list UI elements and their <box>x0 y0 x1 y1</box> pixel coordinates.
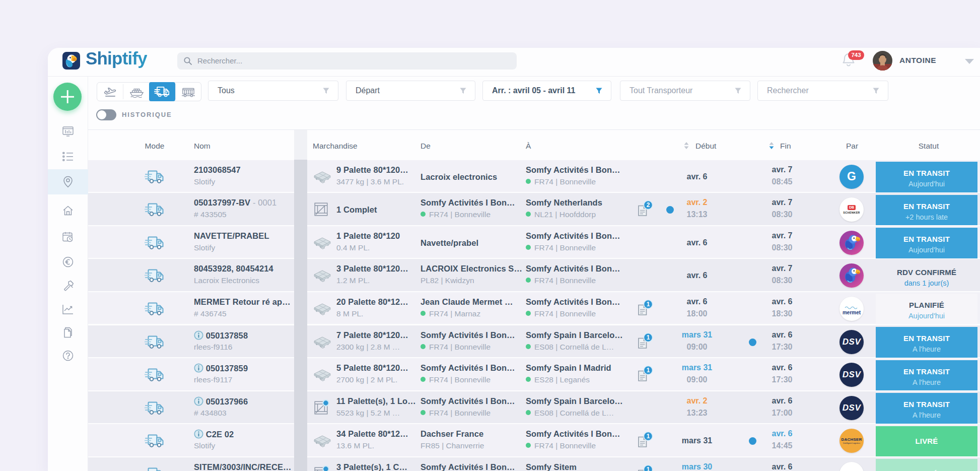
svg-text:1: 1 <box>647 367 650 374</box>
svg-text:1: 1 <box>647 334 650 341</box>
svg-text:1: 1 <box>647 466 650 471</box>
svg-text:1: 1 <box>647 433 650 440</box>
svg-text:2: 2 <box>647 201 650 209</box>
svg-text:1: 1 <box>647 301 650 308</box>
